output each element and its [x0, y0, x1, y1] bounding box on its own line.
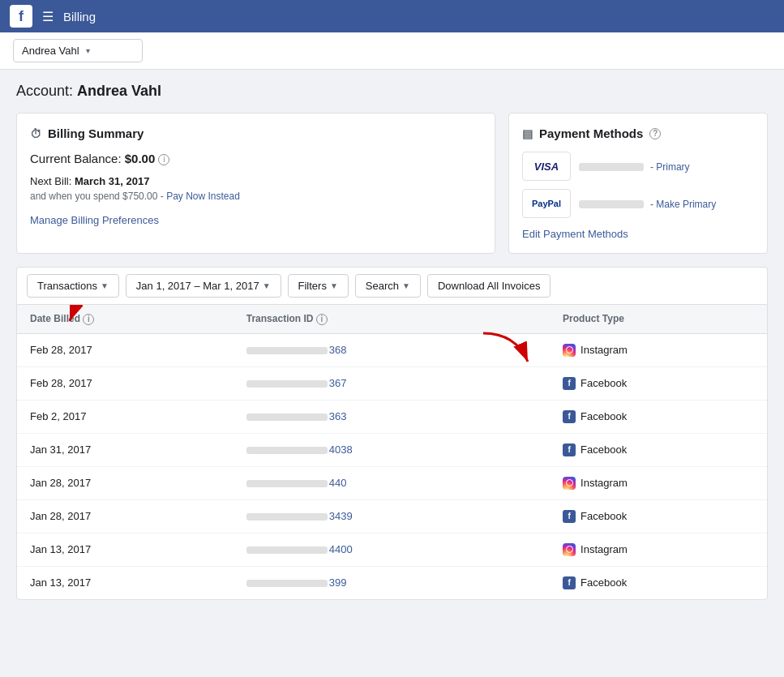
cell-product-type: Instagram	[550, 533, 767, 566]
account-selector[interactable]: Andrea Vahl ▾	[13, 39, 143, 62]
pay-now-link[interactable]: Pay Now Instead	[166, 191, 240, 202]
cell-date: Jan 13, 2017	[17, 533, 233, 566]
date-range-button[interactable]: Jan 1, 2017 – Mar 1, 2017 ▼	[126, 274, 281, 298]
paypal-info: - Make Primary	[579, 197, 754, 210]
cell-transaction-id: 4038	[233, 433, 550, 466]
current-balance-row: Current Balance: $0.00 i	[30, 152, 482, 165]
table-row: Feb 28, 2017367fFacebook	[17, 366, 767, 400]
transaction-blur	[246, 413, 328, 421]
cell-transaction-id: 399	[233, 566, 550, 599]
visa-primary-tag: - Primary	[650, 161, 690, 173]
paypal-payment-item: PayPal - Make Primary	[522, 189, 754, 218]
cell-date: Jan 28, 2017	[17, 466, 233, 499]
visa-info: - Primary	[579, 160, 754, 173]
filters-button[interactable]: Filters ▼	[288, 274, 349, 298]
paypal-make-primary-tag: - Make Primary	[650, 199, 716, 210]
next-bill-row: Next Bill: March 31, 2017	[30, 175, 482, 187]
search-button[interactable]: Search ▼	[355, 274, 421, 298]
clock-icon: ⏱	[30, 127, 41, 140]
table-row: Jan 31, 20174038fFacebook	[17, 433, 767, 466]
transactions-dropdown-button[interactable]: Transactions ▼	[27, 274, 119, 298]
nav-title: Billing	[63, 10, 96, 24]
cell-product-type: Instagram	[550, 466, 767, 499]
date-range-caret-icon: ▼	[263, 281, 271, 290]
transactions-caret-icon: ▼	[101, 281, 109, 290]
payment-methods-title: ▤ Payment Methods ?	[522, 126, 754, 140]
filters-caret-icon: ▼	[330, 281, 338, 290]
cell-transaction-id: 3439	[233, 499, 550, 533]
manage-billing-prefs-link[interactable]: Manage Billing Preferences	[30, 214, 159, 226]
instagram-icon	[563, 543, 576, 556]
cell-transaction-id: 440	[233, 466, 550, 499]
transaction-id-link[interactable]: 399	[329, 576, 347, 589]
main-grid: ⏱ Billing Summary Current Balance: $0.00…	[16, 113, 768, 254]
edit-payment-methods-link[interactable]: Edit Payment Methods	[522, 228, 754, 240]
balance-info-icon[interactable]: i	[158, 154, 169, 165]
transaction-id-link[interactable]: 440	[329, 477, 347, 489]
product-label: Instagram	[581, 543, 628, 555]
transaction-id-info-icon[interactable]: i	[316, 314, 328, 325]
next-bill-sub: and when you spend $750.00 - Pay Now Ins…	[30, 191, 482, 202]
table-row: Jan 13, 20174400Instagram	[17, 533, 767, 566]
transaction-id-link[interactable]: 368	[329, 344, 347, 356]
transaction-blur	[246, 480, 328, 487]
col-transaction-id: Transaction ID i	[233, 305, 550, 333]
download-invoices-button[interactable]: Download All Invoices	[427, 274, 551, 298]
transaction-blur	[246, 380, 328, 388]
product-label: Instagram	[581, 477, 628, 489]
facebook-icon: f	[563, 510, 576, 523]
product-label: Facebook	[581, 576, 627, 589]
facebook-logo: f	[10, 5, 32, 28]
transaction-id-link[interactable]: 363	[329, 410, 347, 422]
transaction-id-link[interactable]: 4400	[329, 543, 353, 555]
account-selector-name: Andrea Vahl	[22, 45, 79, 57]
cell-transaction-id: 367	[233, 366, 550, 400]
instagram-icon	[563, 477, 576, 490]
transactions-toolbar: Transactions ▼ Jan 1, 2017 – Mar 1, 2017…	[16, 267, 768, 304]
visa-number-blur	[579, 163, 644, 171]
transaction-blur	[246, 513, 328, 521]
hamburger-icon[interactable]: ☰	[42, 9, 54, 24]
cell-date: Feb 2, 2017	[17, 400, 233, 433]
table-row: Feb 2, 2017363fFacebook	[17, 400, 767, 433]
cell-transaction-id: 368	[233, 333, 550, 366]
product-label: Facebook	[581, 410, 627, 422]
visa-payment-item: VISA - Primary	[522, 152, 754, 181]
cell-transaction-id: 4400	[233, 533, 550, 566]
transaction-id-link[interactable]: 367	[329, 377, 347, 389]
product-label: Instagram	[581, 344, 628, 356]
cell-date: Jan 13, 2017	[17, 566, 233, 599]
visa-logo: VISA	[522, 152, 571, 181]
payment-info-icon[interactable]: ?	[649, 128, 661, 139]
paypal-logo: PayPal	[522, 189, 571, 218]
product-label: Facebook	[581, 510, 627, 522]
payment-methods-card: ▤ Payment Methods ? VISA - Primary PayPa…	[508, 113, 768, 254]
product-label: Facebook	[581, 377, 627, 389]
table-body: Feb 28, 2017368InstagramFeb 28, 2017367f…	[17, 333, 767, 599]
balance-amount: $0.00	[125, 152, 156, 165]
facebook-icon: f	[563, 576, 576, 589]
transactions-table-container: Date Billed i Transaction ID i Product T…	[16, 304, 768, 600]
billing-summary-title: ⏱ Billing Summary	[30, 126, 482, 140]
payment-icon: ▤	[522, 127, 533, 140]
transactions-table: Date Billed i Transaction ID i Product T…	[17, 305, 767, 599]
transaction-id-link[interactable]: 3439	[329, 510, 353, 522]
cell-date: Jan 31, 2017	[17, 433, 233, 466]
col-product-type: Product Type	[550, 305, 767, 333]
table-row: Jan 13, 2017399fFacebook	[17, 566, 767, 599]
cell-product-type: fFacebook	[550, 566, 767, 599]
cell-date: Feb 28, 2017	[17, 366, 233, 400]
transaction-blur	[246, 447, 328, 454]
page-content: Account: Andrea Vahl ⏱ Billing Summary C…	[0, 70, 784, 677]
instagram-icon	[563, 344, 576, 357]
transaction-id-link[interactable]: 4038	[329, 443, 353, 456]
product-label: Facebook	[581, 443, 627, 456]
facebook-icon: f	[563, 443, 576, 456]
cell-transaction-id: 363	[233, 400, 550, 433]
facebook-icon: f	[563, 377, 576, 390]
top-navigation: f ☰ Billing	[0, 0, 784, 32]
facebook-icon: f	[563, 410, 576, 423]
col-date-billed: Date Billed i	[17, 305, 233, 333]
date-billed-info-icon[interactable]: i	[83, 314, 94, 325]
account-bar: Andrea Vahl ▾	[0, 32, 784, 70]
